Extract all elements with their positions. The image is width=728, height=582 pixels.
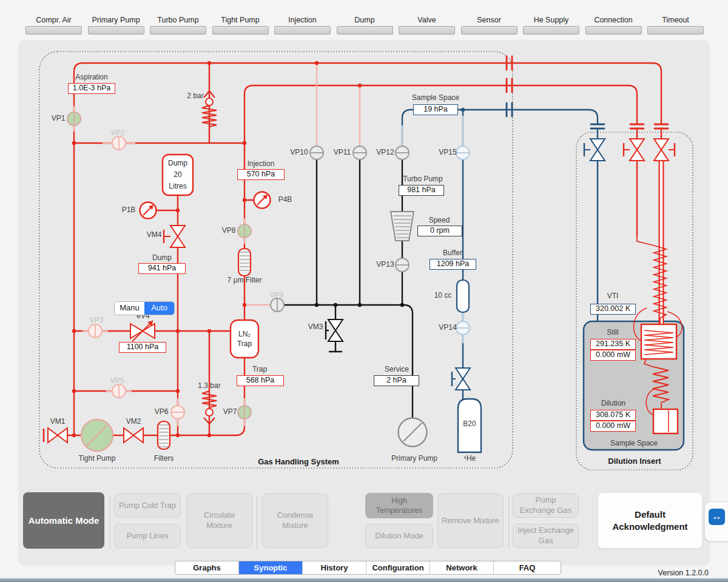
- valve-vp11[interactable]: [353, 146, 366, 159]
- ghs-title: Gas Handling System: [258, 458, 339, 467]
- valve-vm1[interactable]: [44, 428, 67, 443]
- p4b-label: P4B: [278, 196, 292, 204]
- sample-space-label: Sample Space: [412, 94, 459, 102]
- remote-access-flap[interactable]: ↔: [704, 501, 728, 541]
- valve-vp8[interactable]: [238, 224, 251, 238]
- turbo-pump[interactable]: [391, 212, 414, 241]
- valve-vp13[interactable]: [396, 258, 409, 272]
- vp1-label: VP1: [52, 115, 66, 123]
- condense-mixture-button[interactable]: Condense Mixture: [262, 493, 328, 548]
- valve-vp15[interactable]: [456, 146, 470, 159]
- valve-vm3[interactable]: [328, 319, 343, 341]
- button-separator: [508, 496, 509, 549]
- default-acknowledgment-button[interactable]: Default Acknowledgment: [598, 492, 703, 549]
- dump-pressure-label: Dump: [152, 254, 172, 263]
- ev4-readout: 1100 hPa: [119, 342, 166, 353]
- toggle-manu[interactable]: Manu: [115, 302, 144, 315]
- ev4-mode-toggle: Manu Auto: [114, 301, 175, 315]
- ten-cc-volume: [457, 280, 469, 312]
- helium4-label: ⁴He: [463, 455, 476, 463]
- junction-dot-blue: [461, 108, 465, 112]
- vp6-label: VP6: [155, 408, 169, 416]
- valve-vp12[interactable]: [396, 146, 409, 159]
- relief-13bar-label: 1.3 bar: [198, 382, 220, 390]
- tight-pump[interactable]: [81, 420, 113, 451]
- piping-red: [49, 63, 661, 435]
- dilution-power-readout: 0.000 mW: [590, 421, 636, 432]
- primary-pump-label: Primary Pump: [391, 455, 437, 463]
- valve-vp14[interactable]: [456, 321, 470, 335]
- vm3-label: VM3: [308, 323, 323, 332]
- valve-vp2[interactable]: [112, 136, 126, 150]
- valve-vm4[interactable]: [164, 226, 185, 247]
- automatic-mode-button[interactable]: Automatic Mode: [23, 492, 104, 549]
- vti-label: VTI: [607, 292, 619, 301]
- toggle-auto[interactable]: Auto: [144, 302, 174, 315]
- b20-label: B20: [463, 420, 476, 429]
- filter-7um: [238, 249, 251, 276]
- app-window: Compr. Air Primary Pump Turbo Pump Tight…: [0, 0, 728, 582]
- valve-b20[interactable]: [452, 368, 470, 390]
- pump-exchange-gas-button[interactable]: Pump Exchange Gas: [513, 493, 579, 518]
- injection-readout: 570 hPa: [237, 169, 285, 180]
- pump-lines-button[interactable]: Pump Lines: [114, 524, 181, 548]
- filters-label: Filters: [154, 455, 174, 463]
- trap-readout: 568 hPa: [237, 375, 284, 386]
- service-readout: 2 hPa: [374, 375, 419, 386]
- valve-insert-blue[interactable]: [584, 139, 605, 161]
- primary-pump[interactable]: [399, 418, 427, 447]
- valve-ev4[interactable]: [130, 321, 155, 341]
- vm1-label: VM1: [50, 418, 66, 426]
- piping-blue: [402, 110, 598, 399]
- window-bottom-edge: [0, 578, 728, 582]
- ln2-line1: LN₂: [232, 330, 257, 338]
- version-text: Version 1.2.0.0: [658, 569, 709, 577]
- valve-insert-condense[interactable]: [624, 139, 644, 161]
- dilution-mode-button[interactable]: Dilution Mode: [365, 524, 433, 548]
- vp5-label: VP5: [110, 377, 124, 386]
- button-separator: [257, 496, 257, 549]
- speed-label: Speed: [429, 216, 450, 225]
- tab-history[interactable]: History: [302, 561, 366, 574]
- dump-tank-line1: Dump: [164, 159, 192, 167]
- turbo-pump-readout: 981 hPa: [399, 185, 444, 196]
- tab-configuration[interactable]: Configuration: [366, 561, 430, 574]
- vp14-label: VP14: [439, 324, 456, 332]
- vp10-label: VP10: [290, 149, 308, 157]
- valve-vp6[interactable]: [171, 406, 184, 419]
- ten-cc-label: 10 cc: [434, 292, 452, 300]
- tab-faq[interactable]: FAQ: [493, 561, 561, 574]
- turbo-pump-label: Turbo Pump: [403, 175, 443, 184]
- vm2-label: VM2: [126, 418, 141, 426]
- valve-vp5[interactable]: [112, 384, 126, 398]
- valve-vm2[interactable]: [124, 428, 143, 443]
- tab-synoptic[interactable]: Synoptic: [238, 561, 302, 574]
- dump-tank-line2: 20: [164, 170, 192, 179]
- still-label: Still: [607, 329, 618, 337]
- still-temp-readout: 291.235 K: [590, 339, 636, 350]
- valve-vp3[interactable]: [89, 324, 102, 338]
- high-temperatures-button[interactable]: High Temperatures: [365, 493, 433, 518]
- mixing-chamber: [653, 409, 678, 433]
- micro-filter-label: 7 µm Filter: [228, 276, 262, 285]
- tab-graphs[interactable]: Graphs: [175, 561, 238, 574]
- remote-access-icon[interactable]: ↔: [709, 509, 725, 525]
- circulate-mixture-button[interactable]: Circulate Mixture: [186, 493, 252, 548]
- pump-cold-trap-button[interactable]: Pump Cold Trap: [114, 493, 181, 518]
- tab-network[interactable]: Network: [430, 561, 493, 574]
- buffer-readout: 1209 hPa: [430, 259, 476, 270]
- valve-vp9[interactable]: [271, 298, 284, 312]
- valve-vp1[interactable]: [67, 112, 81, 125]
- ln2-line2: Trap: [232, 340, 257, 348]
- valve-insert-pumping[interactable]: [654, 139, 675, 161]
- vp13-label: VP13: [376, 261, 394, 269]
- gauge-p4b: [254, 192, 271, 209]
- vp11-label: VP11: [334, 149, 351, 157]
- valve-vp10[interactable]: [310, 146, 323, 159]
- remove-mixture-button[interactable]: Remove Mixture: [437, 493, 504, 548]
- valve-vp7[interactable]: [238, 406, 251, 419]
- trap-label: Trap: [252, 366, 267, 374]
- vm4-label: VM4: [147, 231, 162, 239]
- ln2-trap-text: LN₂ Trap: [232, 330, 257, 348]
- inject-exchange-gas-button[interactable]: Inject Exchange Gas: [513, 524, 579, 548]
